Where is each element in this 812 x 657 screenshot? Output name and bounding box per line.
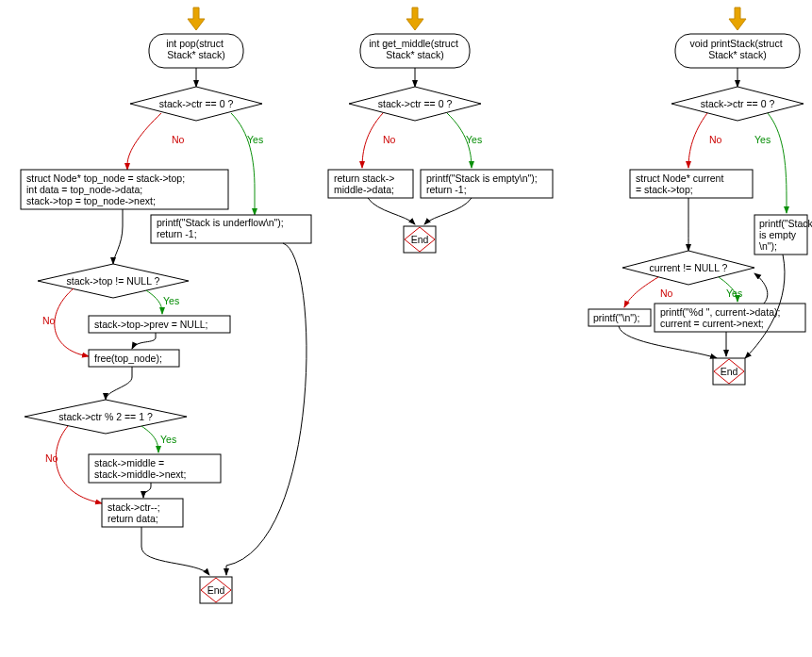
print-box-newline-text: printf("\n"); (593, 312, 639, 323)
no-label: No (383, 134, 396, 145)
edge-yes (231, 113, 255, 215)
edge-no (688, 113, 707, 168)
getmid-end-node: End (404, 226, 436, 253)
flowcharts-canvas: int pop(struct Stack* stack) stack->ctr … (0, 0, 812, 657)
print-cond-cur: current != NULL ? (622, 251, 754, 285)
edge (424, 198, 472, 224)
print-end-node: End (713, 358, 745, 385)
yes-label: Yes (160, 434, 176, 445)
pop-cond-ctr0: stack->ctr == 0 ? (130, 87, 262, 121)
getmid-cond-ctr0-text: stack->ctr == 0 ? (378, 98, 453, 109)
no-label: No (45, 452, 58, 464)
flowchart-pop: int pop(struct Stack* stack) stack->ctr … (21, 8, 311, 603)
pop-end-node: End (200, 577, 232, 603)
edge-yes (768, 113, 787, 213)
edge (226, 243, 307, 575)
pop-box-prevnull-text: stack->top->prev = NULL; (94, 319, 208, 330)
edge (113, 209, 123, 264)
entry-arrow-icon (729, 8, 746, 30)
pop-cond-mod: stack->ctr % 2 == 1 ? (25, 400, 187, 434)
getmid-cond-ctr0: stack->ctr == 0 ? (349, 87, 481, 121)
edge-no (55, 288, 89, 356)
pop-cond-mod-text: stack->ctr % 2 == 1 ? (58, 411, 153, 422)
no-label: No (660, 287, 673, 299)
edge-no (127, 113, 161, 170)
print-cond-ctr0-text: stack->ctr == 0 ? (701, 98, 775, 109)
edge (368, 198, 415, 224)
edge-yes (141, 426, 158, 452)
no-label: No (709, 134, 722, 145)
edge (143, 483, 151, 498)
yes-label: Yes (466, 134, 482, 145)
pop-box-free-text: free(top_node); (94, 353, 162, 364)
pop-box-ret-text: stack->ctr--; return data; (108, 501, 163, 524)
no-label: No (172, 134, 185, 145)
print-cond-cur-text: current != NULL ? (650, 262, 728, 273)
pop-signature-text: int pop(struct Stack* stack) (166, 38, 226, 60)
pop-cond-topnull: stack->top != NULL ? (38, 264, 189, 298)
entry-arrow-icon (188, 8, 205, 30)
edge-yes (146, 290, 162, 314)
yes-label: Yes (247, 134, 263, 145)
end-label: End (207, 584, 225, 596)
print-cond-ctr0: stack->ctr == 0 ? (671, 87, 804, 121)
entry-arrow-icon (406, 8, 423, 30)
edge (141, 527, 209, 575)
yes-label: Yes (726, 287, 742, 299)
yes-label: Yes (163, 295, 179, 306)
yes-label: Yes (754, 134, 771, 145)
edge-no (362, 113, 383, 168)
pop-cond-topnull-text: stack->top != NULL ? (67, 275, 160, 287)
flowchart-printstack: void printStack(struct Stack* stack) sta… (588, 8, 812, 385)
end-label: End (721, 366, 738, 377)
edge (754, 273, 768, 304)
flowchart-get-middle: int get_middle(struct Stack* stack) stac… (328, 8, 553, 253)
edge (132, 333, 156, 349)
end-label: End (411, 234, 429, 245)
no-label: No (42, 315, 56, 326)
pop-cond-ctr0-text: stack->ctr == 0 ? (159, 98, 234, 109)
edge-no (624, 277, 658, 307)
edge (106, 367, 132, 400)
getmid-box-ret-text: return stack-> middle->data; (334, 172, 397, 195)
